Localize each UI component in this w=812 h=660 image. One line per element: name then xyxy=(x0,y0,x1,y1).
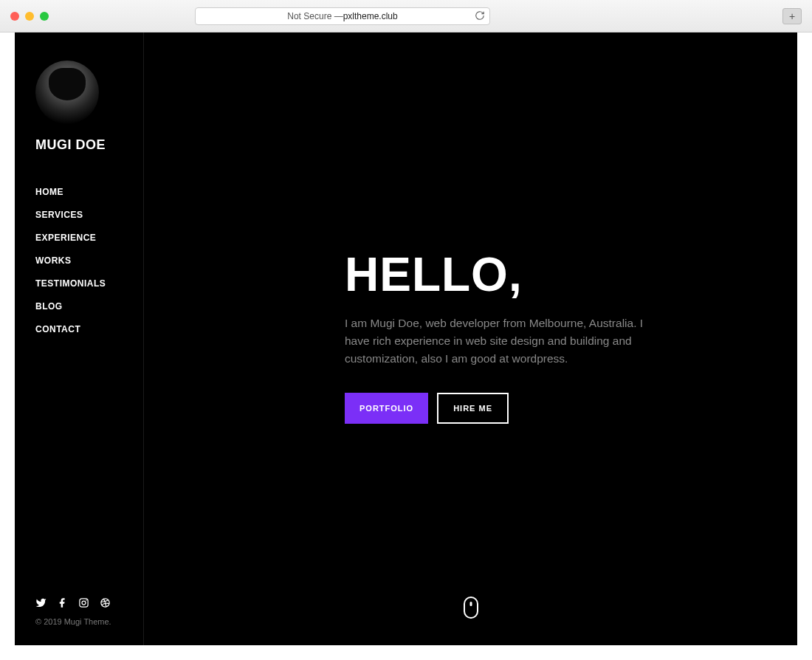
hero-description: I am Mugi Doe, web developer from Melbou… xyxy=(345,314,655,368)
nav-experience[interactable]: EXPERIENCE xyxy=(35,233,143,243)
avatar xyxy=(35,61,99,124)
social-links xyxy=(35,597,143,608)
page-viewport: MUGI DOE HOME SERVICES EXPERIENCE WORKS … xyxy=(15,32,797,645)
reload-icon[interactable] xyxy=(475,10,485,23)
svg-point-1 xyxy=(82,601,86,605)
nav-works[interactable]: WORKS xyxy=(35,255,143,266)
nav-blog[interactable]: BLOG xyxy=(35,301,143,312)
new-tab-button[interactable]: + xyxy=(782,8,802,24)
nav-home[interactable]: HOME xyxy=(35,187,143,197)
address-bar[interactable]: Not Secure — pxltheme.club xyxy=(195,7,490,25)
hire-me-button[interactable]: HIRE ME xyxy=(437,393,509,424)
portfolio-button[interactable]: PORTFOLIO xyxy=(345,393,428,424)
instagram-icon[interactable] xyxy=(78,597,89,608)
site-title: MUGI DOE xyxy=(35,137,143,153)
window-controls xyxy=(10,12,49,21)
url-domain: pxltheme.club xyxy=(343,11,398,21)
hero-title: HELLO, xyxy=(345,251,655,298)
sidebar: MUGI DOE HOME SERVICES EXPERIENCE WORKS … xyxy=(15,32,144,645)
copyright: © 2019 Mugi Theme. xyxy=(35,617,143,626)
facebook-icon[interactable] xyxy=(57,597,68,608)
hero-buttons: PORTFOLIO HIRE ME xyxy=(345,393,655,424)
nav-contact[interactable]: CONTACT xyxy=(35,324,143,334)
minimize-window-button[interactable] xyxy=(25,12,34,21)
close-window-button[interactable] xyxy=(10,12,19,21)
main-content: HELLO, I am Mugi Doe, web developer from… xyxy=(144,32,797,645)
dribbble-icon[interactable] xyxy=(100,597,111,608)
hero-section: HELLO, I am Mugi Doe, web developer from… xyxy=(345,251,655,424)
nav-testimonials[interactable]: TESTIMONIALS xyxy=(35,278,143,289)
svg-point-2 xyxy=(86,599,87,601)
maximize-window-button[interactable] xyxy=(40,12,49,21)
security-label: Not Secure — xyxy=(287,11,343,21)
scroll-down-icon[interactable] xyxy=(464,597,478,619)
nav-services[interactable]: SERVICES xyxy=(35,210,143,220)
nav-menu: HOME SERVICES EXPERIENCE WORKS TESTIMONI… xyxy=(35,187,143,347)
browser-chrome: Not Secure — pxltheme.club + xyxy=(0,0,812,32)
twitter-icon[interactable] xyxy=(35,597,47,608)
